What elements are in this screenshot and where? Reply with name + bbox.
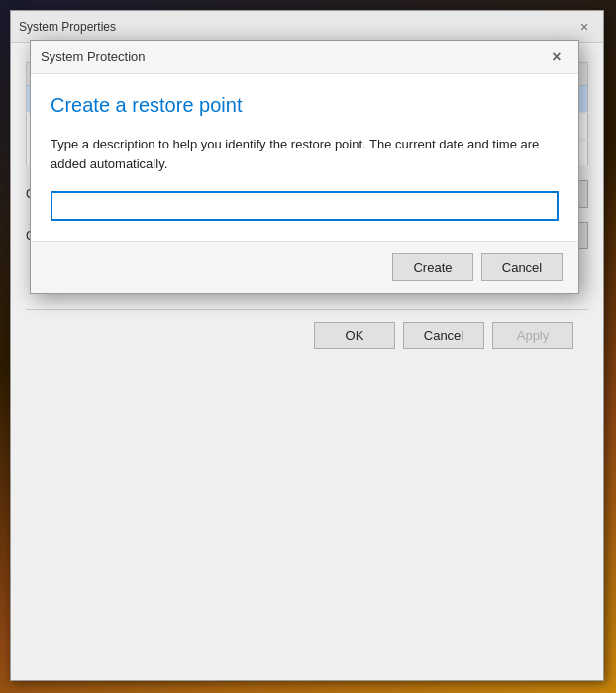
ok-button[interactable]: OK bbox=[314, 322, 395, 349]
dialog-cancel-button[interactable]: Cancel bbox=[481, 253, 563, 281]
bottom-bar: OK Cancel Apply bbox=[26, 309, 588, 360]
bg-window-title: System Properties bbox=[19, 20, 116, 34]
restore-point-description-input[interactable] bbox=[51, 191, 559, 221]
bg-close-button[interactable]: × bbox=[573, 16, 595, 38]
dialog-titlebar: System Protection × bbox=[31, 41, 578, 74]
dialog-create-button[interactable]: Create bbox=[392, 253, 473, 281]
dialog-description: Type a description to help you identify … bbox=[51, 135, 559, 173]
bg-titlebar: System Properties × bbox=[11, 11, 603, 43]
dialog-body: Create a restore point Type a descriptio… bbox=[31, 74, 578, 241]
dialog-footer: Create Cancel bbox=[31, 241, 578, 293]
apply-button[interactable]: Apply bbox=[492, 322, 573, 349]
dialog-heading: Create a restore point bbox=[51, 94, 559, 117]
dialog-close-button[interactable]: × bbox=[545, 46, 568, 69]
dialog-title: System Protection bbox=[41, 50, 146, 64]
cancel-button[interactable]: Cancel bbox=[403, 322, 484, 349]
system-protection-dialog: System Protection × Create a restore poi… bbox=[30, 40, 579, 294]
